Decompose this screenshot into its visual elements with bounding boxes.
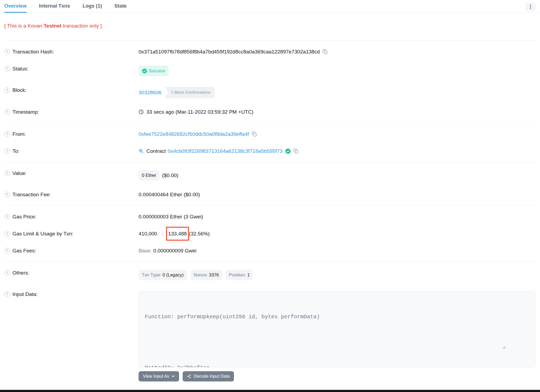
- help-icon[interactable]: ?: [4, 49, 10, 55]
- row-from: ? From: 0xfee7522e8482682cf50ddc50a0f8da…: [4, 126, 536, 143]
- transaction-fee-value: 0.000400464 Ether ($0.00): [139, 191, 200, 198]
- row-gas-limit-usage: ? Gas Limit & Usage by Txn: 410,000 | 13…: [4, 225, 536, 242]
- check-circle-icon: [142, 69, 147, 73]
- input-data-actions: View Input As Decode Input Data: [139, 371, 536, 381]
- tab-internal-txns[interactable]: Internal Txns: [39, 0, 70, 13]
- help-icon[interactable]: ?: [4, 192, 10, 197]
- from-label: From:: [12, 131, 26, 137]
- section-value: ? Value: 0 Ether ($0.00) ? Transaction F…: [0, 162, 540, 205]
- input-function-line: Function: performUpkeep(uint256 id, byte…: [145, 313, 529, 321]
- transaction-fee-label: Transaction Fee:: [12, 191, 51, 198]
- section-details: ? Others: Txn Type: 0 (Legacy) Nonce: 33…: [0, 262, 540, 392]
- help-icon[interactable]: ?: [4, 270, 10, 276]
- gas-limit-usage-label: Gas Limit & Usage by Txn:: [12, 231, 73, 237]
- from-address-link[interactable]: 0xfee7522e8482682cf50ddc50a0f8da2a39effa…: [139, 131, 249, 137]
- row-transaction-hash: ? Transaction Hash: 0x371a51097fb78df856…: [4, 43, 536, 60]
- section-summary: ? Transaction Hash: 0x371a51097fb78df856…: [0, 41, 540, 123]
- gas-fees-base-label: Base:: [139, 248, 152, 254]
- gas-separator: |: [160, 231, 166, 237]
- section-gas: ? Gas Price: 0.000000003 Ether (3 Gwei) …: [0, 206, 540, 262]
- section-parties: ? From: 0xfee7522e8482682cf50ddc50a0f8da…: [0, 123, 540, 162]
- status-label: Status:: [12, 66, 28, 72]
- help-icon[interactable]: ?: [4, 148, 10, 154]
- nonce-badge: Nonce: 3376: [190, 270, 222, 280]
- gas-price-label: Gas Price:: [12, 214, 36, 220]
- value-usd: ($0.00): [162, 172, 178, 178]
- tab-logs[interactable]: Logs (1): [82, 0, 102, 13]
- value-badge: 0 Ether: [139, 170, 159, 181]
- help-icon[interactable]: ?: [4, 66, 10, 72]
- block-confirmations-badge: 7 Block Confirmations: [165, 87, 214, 98]
- help-icon[interactable]: ?: [4, 109, 10, 115]
- help-icon[interactable]: ?: [4, 214, 10, 219]
- to-contract-prefix: Contract: [146, 148, 166, 154]
- gas-price-value: 0.000000003 Ether (3 Gwei): [139, 214, 203, 220]
- timestamp-value: 33 secs ago (Mar-11-2022 03:59:32 PM +UT…: [146, 109, 253, 115]
- gas-limit-value: 410,000: [139, 231, 157, 237]
- input-data-label: Input Data:: [12, 291, 38, 297]
- copy-icon[interactable]: [252, 131, 257, 137]
- row-gas-price: ? Gas Price: 0.000000003 Ether (3 Gwei): [4, 208, 536, 225]
- input-methodid-line: MethodID: 0x7bbaf1ea: [145, 364, 529, 367]
- row-value: ? Value: 0 Ether ($0.00): [4, 165, 536, 186]
- copy-icon[interactable]: [293, 148, 298, 154]
- to-address-link[interactable]: 0x4cb093f226983713164a62138c3f718a5b595f…: [168, 148, 283, 154]
- help-icon[interactable]: ?: [4, 248, 10, 254]
- tab-state[interactable]: State: [114, 0, 126, 13]
- help-icon[interactable]: ?: [4, 131, 10, 137]
- notice-prefix: [ This is a Kovan: [4, 23, 43, 29]
- txn-type-badge: Txn Type: 0 (Legacy): [139, 270, 187, 280]
- verified-check-icon: [285, 148, 291, 154]
- textarea-resize-handle[interactable]: [502, 329, 534, 366]
- tab-overview[interactable]: Overview: [4, 0, 26, 13]
- block-label: Block:: [12, 87, 26, 93]
- row-input-data: ? Input Data: Function: performUpkeep(ui…: [4, 286, 536, 367]
- notice-suffix: transaction only ]: [62, 23, 102, 29]
- decode-icon: [187, 374, 191, 379]
- timestamp-label: Timestamp:: [12, 109, 39, 115]
- to-label: To:: [12, 148, 19, 154]
- row-gas-fees: ? Gas Fees: Base: 0.000000009 Gwei: [4, 242, 536, 259]
- value-label: Value:: [12, 170, 26, 176]
- status-badge: Success: [139, 66, 169, 76]
- transaction-hash-value: 0x371a51097fb78df856f8b4a7bd459f192d8cc8…: [139, 49, 320, 55]
- testnet-notice: [ This is a Kovan Testnet transaction on…: [0, 13, 540, 40]
- row-timestamp: ? Timestamp: 33 secs ago (Mar-11-2022 03…: [4, 103, 536, 120]
- clock-icon: [139, 109, 144, 114]
- row-to: ? To: Contract 0x4cb093f226983713164a621…: [4, 143, 536, 160]
- row-status: ? Status: Success: [4, 60, 536, 82]
- bottom-edge-bar: [0, 390, 540, 392]
- help-icon[interactable]: ?: [4, 87, 10, 93]
- copy-icon[interactable]: [323, 49, 328, 54]
- others-label: Others:: [12, 270, 29, 276]
- chevron-down-icon: [172, 375, 175, 377]
- transaction-overview-page: Overview Internal Txns Logs (1) State [ …: [0, 0, 540, 392]
- more-options-button[interactable]: [525, 2, 536, 11]
- view-input-as-button[interactable]: View Input As: [139, 371, 179, 381]
- help-icon[interactable]: ?: [4, 291, 10, 297]
- notice-bold: Testnet: [43, 23, 61, 29]
- input-data-textarea[interactable]: Function: performUpkeep(uint256 id, byte…: [139, 291, 536, 367]
- gas-used-percent: (32.56%): [189, 231, 210, 237]
- block-number-link[interactable]: 30328606: [139, 89, 162, 96]
- zoom-in-icon[interactable]: [139, 148, 144, 154]
- tab-bar: Overview Internal Txns Logs (1) State: [0, 0, 540, 13]
- help-icon[interactable]: ?: [4, 170, 10, 176]
- help-icon[interactable]: ?: [4, 231, 10, 236]
- gas-fees-base-value: 0.000000009 Gwei: [153, 248, 197, 254]
- row-others: ? Others: Txn Type: 0 (Legacy) Nonce: 33…: [4, 264, 536, 286]
- row-block: ? Block: 30328606 7 Block Confirmations: [4, 82, 536, 103]
- kebab-menu-icon: [528, 4, 533, 9]
- row-transaction-fee: ? Transaction Fee: 0.000400464 Ether ($0…: [4, 186, 536, 203]
- gas-fees-label: Gas Fees:: [12, 248, 36, 254]
- decode-input-data-button[interactable]: Decode Input Data: [183, 371, 234, 381]
- gas-used-value-annotated: 133,488: [168, 231, 187, 237]
- position-badge: Position: 1: [226, 270, 253, 280]
- transaction-hash-label: Transaction Hash:: [12, 49, 54, 55]
